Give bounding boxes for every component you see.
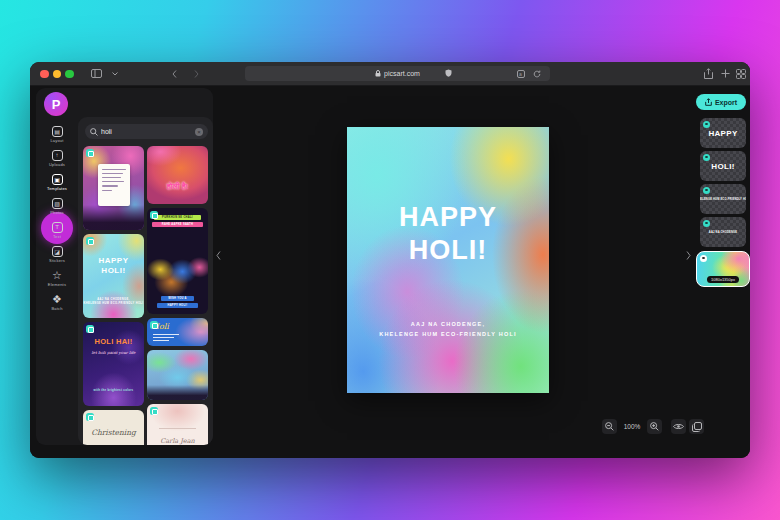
back-button[interactable] xyxy=(168,67,181,80)
batch-icon: ❖ xyxy=(52,294,63,305)
card-title: Carla Jean xyxy=(147,437,208,445)
reload-icon[interactable] xyxy=(533,70,541,78)
poster-title-line2: HOLI! xyxy=(347,234,549,267)
card-script-text: let holi paint your life xyxy=(83,350,144,355)
crowd-silhouette xyxy=(147,385,208,400)
card-text-bar: RAHE AAPKE SAATH xyxy=(152,222,204,227)
template-column-right: होली है! PURKHON SE CHALI RAHE AAPKE SAA… xyxy=(147,146,208,445)
layer-thumb-khelenge[interactable]: KHELENGE HUM ECO-FRIENDLY HOLI xyxy=(700,184,746,214)
sidebar-item-batch[interactable]: ❖ Batch xyxy=(36,290,78,314)
layer-visibility-icon[interactable] xyxy=(703,121,710,128)
template-badge-icon xyxy=(86,237,94,245)
template-badge-icon xyxy=(86,149,94,157)
close-window-button[interactable] xyxy=(40,70,49,79)
poster-subtitle-line1: AAJ NA CHODENGE, xyxy=(347,319,549,329)
collapse-left-panel-icon[interactable] xyxy=(214,246,222,264)
share-icon[interactable] xyxy=(702,67,715,80)
templates-icon: ▣ xyxy=(52,174,63,185)
template-badge-icon xyxy=(86,325,94,333)
sidebar-item-uploads[interactable]: ↑ Uploads xyxy=(36,146,78,170)
search-icon xyxy=(90,128,98,136)
sidebar-item-stickers[interactable]: ◪ Stickers xyxy=(36,242,78,266)
card-subtitle-line2: KHELENGE HUM ECO-FRIENDLY HOLI xyxy=(83,302,144,306)
card-title-line2: HOLI! xyxy=(83,266,144,276)
templates-panel: × HAPPY HOLI! xyxy=(78,117,213,445)
card-cta-line1: WISH YOU A xyxy=(161,296,195,301)
template-card-holi-script[interactable]: Holi xyxy=(147,318,208,346)
editor-workspace: P ▤ Layout ↑ Uploads ▣ Templates ▨ Photo… xyxy=(30,86,750,458)
preview-eye-button[interactable] xyxy=(671,419,686,434)
template-column-left: HAPPY HOLI! AAJ NA CHODENGE, KHELENGE HU… xyxy=(83,146,144,445)
zoom-in-button[interactable] xyxy=(647,419,662,434)
card-cta-line2: HAPPY HOLI! xyxy=(157,303,198,308)
layer-visibility-icon[interactable] xyxy=(700,255,707,262)
svg-text:a: a xyxy=(519,71,522,77)
card-title: HOLI HAI! xyxy=(83,337,144,346)
template-card-christening[interactable]: Christening xyxy=(83,410,144,445)
layer-visibility-icon[interactable] xyxy=(703,187,710,194)
search-row: × xyxy=(85,124,206,139)
template-card-name-script[interactable]: Carla Jean xyxy=(147,404,208,445)
layer-text: KHELENGE HUM ECO-FRIENDLY HOLI xyxy=(700,198,746,201)
left-shell: P ▤ Layout ↑ Uploads ▣ Templates ▨ Photo… xyxy=(36,88,213,445)
card-title: होली है! xyxy=(147,182,208,192)
picsart-logo[interactable]: P xyxy=(44,92,68,116)
sidebar-item-templates[interactable]: ▣ Templates xyxy=(36,170,78,194)
export-label: Export xyxy=(715,99,737,106)
template-card-crowd-note[interactable] xyxy=(83,146,144,230)
new-tab-icon[interactable] xyxy=(719,67,732,80)
chevron-down-icon[interactable] xyxy=(108,67,121,80)
sidebar-item-photos[interactable]: ▨ Photos xyxy=(36,194,78,218)
card-title: Christening xyxy=(83,428,144,437)
template-card-crowd-photo[interactable] xyxy=(147,350,208,400)
layout-icon: ▤ xyxy=(52,126,63,137)
sidebar-toggle-icon[interactable] xyxy=(90,67,103,80)
layer-text: HAPPY xyxy=(708,129,737,138)
search-field[interactable]: × xyxy=(85,124,208,139)
tab-overview-icon[interactable] xyxy=(734,67,747,80)
crowd-silhouette xyxy=(83,205,144,230)
layer-text: HOLI! xyxy=(711,162,734,171)
forward-button[interactable] xyxy=(190,67,203,80)
clear-search-icon[interactable]: × xyxy=(195,128,203,136)
export-button[interactable]: Export xyxy=(696,94,746,110)
card-text-bar: PURKHON SE CHALI xyxy=(154,215,202,220)
minimize-window-button[interactable] xyxy=(53,70,62,79)
sidebar-item-elements[interactable]: ☆ Elements xyxy=(36,266,78,290)
collapse-right-panel-icon[interactable] xyxy=(684,246,692,264)
card-footer-text: with the brightest colors xyxy=(83,388,144,392)
privacy-shield-icon[interactable] xyxy=(445,69,452,77)
zoom-out-button[interactable] xyxy=(602,419,617,434)
canvas-size-label: 1080x1350px xyxy=(707,276,739,283)
canvas-artboard[interactable]: HAPPY HOLI! AAJ NA CHODENGE, KHELENGE HU… xyxy=(347,127,549,393)
layer-thumb-background-selected[interactable]: 1080x1350px xyxy=(696,251,750,287)
sidebar-item-layout[interactable]: ▤ Layout xyxy=(36,122,78,146)
poster-title-text[interactable]: HAPPY HOLI! xyxy=(347,201,549,267)
stickers-icon: ◪ xyxy=(52,246,63,257)
zoom-level[interactable]: 100% xyxy=(620,423,644,430)
tool-rail: ▤ Layout ↑ Uploads ▣ Templates ▨ Photos … xyxy=(36,122,78,314)
poster-subtitle-line2: KHELENGE HUM ECO-FRIENDLY HOLI xyxy=(347,329,549,339)
layer-visibility-icon[interactable] xyxy=(703,220,710,227)
browser-titlebar: picsart.com a xyxy=(30,62,750,86)
layer-visibility-icon[interactable] xyxy=(703,154,710,161)
note-card xyxy=(98,164,130,206)
zoom-window-button[interactable] xyxy=(65,70,74,79)
text-icon: T xyxy=(52,222,63,233)
card-title-line1: HAPPY xyxy=(83,256,144,266)
pages-button[interactable] xyxy=(689,419,704,434)
template-card-holi-hindi[interactable]: होली है! xyxy=(147,146,208,204)
template-card-holi-hai[interactable]: HOLI HAI! let holi paint your life with … xyxy=(83,322,144,406)
address-bar[interactable]: picsart.com a xyxy=(245,66,550,81)
layer-thumb-happy[interactable]: HAPPY xyxy=(700,118,746,148)
translate-icon[interactable]: a xyxy=(517,70,525,78)
poster-subtitle-text[interactable]: AAJ NA CHODENGE, KHELENGE HUM ECO-FRIEND… xyxy=(347,319,549,339)
layer-thumb-aaj-na[interactable]: AAJ NA CHODENGE xyxy=(700,217,746,247)
search-input[interactable] xyxy=(101,128,192,135)
layer-thumb-holi[interactable]: HOLI! xyxy=(700,151,746,181)
sidebar-item-text[interactable]: T Text xyxy=(36,218,78,242)
desktop-background: { "browser": { "url": "picsart.com" }, "… xyxy=(0,0,780,520)
template-card-purkhon[interactable]: PURKHON SE CHALI RAHE AAPKE SAATH WISH Y… xyxy=(147,208,208,314)
photos-icon: ▨ xyxy=(52,198,63,209)
template-card-happy-holi[interactable]: HAPPY HOLI! AAJ NA CHODENGE, KHELENGE HU… xyxy=(83,234,144,318)
